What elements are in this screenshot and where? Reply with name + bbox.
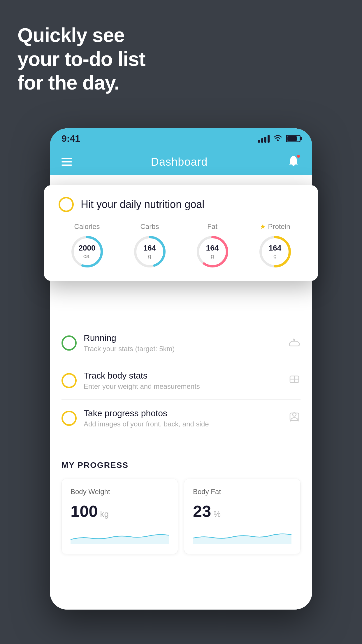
fat-label: Fat [207, 223, 217, 231]
nutrition-popup-card: Hit your daily nutrition goal Calories 2… [44, 185, 318, 281]
protein-label-text: Protein [268, 223, 290, 231]
carbs-ring: 164 g [132, 234, 167, 269]
status-icons [258, 134, 301, 144]
progress-cards-container: Body Weight 100 kg Body Fat 23 % [61, 479, 301, 554]
carbs-unit: g [143, 253, 156, 260]
body-fat-wave-chart [193, 529, 291, 544]
signal-icon [258, 134, 270, 143]
body-weight-card[interactable]: Body Weight 100 kg [61, 479, 178, 554]
notification-dot [296, 154, 301, 158]
todo-list: Running Track your stats (target: 5km) T… [50, 324, 312, 437]
todo-item-running[interactable]: Running Track your stats (target: 5km) [61, 324, 301, 362]
wifi-icon [273, 134, 282, 144]
protein-star-icon: ★ [260, 223, 266, 231]
progress-section: MY PROGRESS Body Weight 100 kg Bo [50, 449, 312, 563]
body-weight-wave-chart [71, 529, 169, 544]
popup-title-text: Hit your daily nutrition goal [81, 198, 204, 211]
todo-check-body-stats[interactable] [61, 373, 77, 388]
calories-unit: cal [79, 253, 96, 260]
todo-subtitle-photos: Add images of your front, back, and side [84, 420, 281, 428]
fat-ring-text: 164 g [206, 244, 219, 260]
shoe-icon [288, 335, 301, 351]
body-weight-number: 100 [71, 502, 98, 521]
protein-ring-text: 164 g [269, 244, 281, 260]
hamburger-menu-icon[interactable] [61, 158, 72, 166]
body-fat-unit: % [213, 510, 221, 519]
fat-value: 164 [206, 244, 219, 253]
nutrition-item-calories: Calories 2000 cal [70, 223, 105, 269]
carbs-value: 164 [143, 244, 156, 253]
todo-check-photos[interactable] [61, 411, 77, 426]
body-weight-unit: kg [100, 510, 109, 519]
app-header: Dashboard [50, 149, 312, 175]
nutrition-item-fat: Fat 164 g [195, 223, 230, 269]
body-fat-value-container: 23 % [193, 502, 291, 521]
nutrition-grid: Calories 2000 cal Carbs [59, 223, 303, 269]
todo-check-running[interactable] [61, 335, 77, 351]
todo-item-body-stats[interactable]: Track body stats Enter your weight and m… [61, 362, 301, 400]
todo-subtitle-body-stats: Enter your weight and measurements [84, 382, 281, 391]
protein-label-starred: ★ Protein [260, 223, 290, 231]
calories-ring-text: 2000 cal [79, 244, 96, 260]
todo-item-content-running: Running Track your stats (target: 5km) [84, 333, 281, 353]
status-bar: 9:41 [50, 128, 312, 149]
calories-value: 2000 [79, 244, 96, 253]
hero-line1: Quickly see [17, 23, 145, 47]
body-weight-value-container: 100 kg [71, 502, 169, 521]
fat-unit: g [206, 253, 219, 260]
protein-unit: g [269, 253, 281, 260]
carbs-ring-text: 164 g [143, 244, 156, 260]
carbs-label: Carbs [140, 223, 159, 231]
todo-title-photos: Take progress photos [84, 408, 281, 418]
nutrition-item-protein: ★ Protein 164 g [258, 223, 293, 269]
hero-line3: for the day. [17, 71, 145, 95]
body-fat-label: Body Fat [193, 488, 291, 496]
calories-label: Calories [74, 223, 100, 231]
todo-item-photos[interactable]: Take progress photos Add images of your … [61, 400, 301, 437]
my-progress-title: MY PROGRESS [61, 461, 301, 470]
body-fat-number: 23 [193, 502, 211, 521]
todo-title-body-stats: Track body stats [84, 371, 281, 381]
protein-value: 164 [269, 244, 281, 253]
notification-bell-icon[interactable] [287, 154, 301, 169]
body-fat-card[interactable]: Body Fat 23 % [184, 479, 301, 554]
nutrition-item-carbs: Carbs 164 g [132, 223, 167, 269]
fat-ring: 164 g [195, 234, 230, 269]
todo-item-content-photos: Take progress photos Add images of your … [84, 408, 281, 428]
battery-icon [286, 135, 301, 142]
hero-line2: your to-do list [17, 47, 145, 71]
app-title: Dashboard [151, 156, 208, 168]
calories-ring: 2000 cal [70, 234, 105, 269]
popup-header: Hit your daily nutrition goal [59, 197, 303, 212]
popup-circle-check[interactable] [59, 197, 74, 212]
person-icon [288, 411, 301, 426]
body-weight-label: Body Weight [71, 488, 169, 496]
hero-text-block: Quickly see your to-do list for the day. [17, 23, 145, 95]
status-time: 9:41 [61, 133, 80, 144]
protein-ring: 164 g [258, 234, 293, 269]
todo-title-running: Running [84, 333, 281, 343]
svg-point-0 [277, 139, 279, 141]
todo-subtitle-running: Track your stats (target: 5km) [84, 345, 281, 353]
scale-icon [288, 373, 301, 388]
todo-item-content-body-stats: Track body stats Enter your weight and m… [84, 371, 281, 391]
